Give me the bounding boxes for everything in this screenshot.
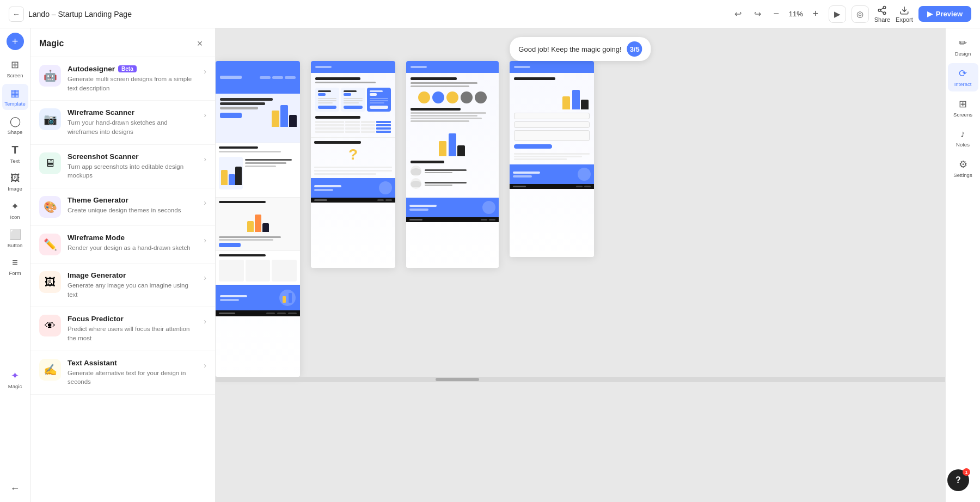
- focus-predictor-arrow: ›: [204, 315, 206, 326]
- scrollbar-thumb[interactable]: [436, 378, 479, 381]
- svg-point-2: [884, 12, 886, 15]
- design-frame-3[interactable]: [406, 61, 499, 268]
- autodesigner-title: Autodesigner Beta: [68, 65, 197, 73]
- design-frame-1[interactable]: [216, 61, 300, 377]
- magic-panel-header: Magic ×: [30, 28, 215, 57]
- sidebar-item-form[interactable]: ≡ Form: [2, 254, 28, 279]
- notification-message: Good job! Keep the magic going!: [518, 45, 621, 53]
- sidebar-item-image[interactable]: 🖼 Image: [2, 169, 28, 195]
- share-label: Share: [874, 16, 890, 23]
- canvas-scrollbar[interactable]: [216, 377, 945, 382]
- frame-3-content: [406, 61, 499, 268]
- screenshot-scanner-content: Screenshot Scanner Turn app screenshots …: [68, 152, 197, 180]
- zoom-in-button[interactable]: +: [809, 8, 822, 21]
- design-icon: ✏: [959, 37, 967, 49]
- left-sidebar: + ⊞ Screen ▦ Template ◯ Shape T Text 🖼 I…: [0, 28, 30, 502]
- back-button[interactable]: ←: [9, 7, 24, 22]
- preview-button[interactable]: ▶ Preview: [918, 6, 971, 22]
- topbar-left: ← Lando – Startup Landing Page: [9, 7, 724, 22]
- autodesigner-arrow: ›: [204, 65, 206, 76]
- back-arrow-icon: ←: [10, 483, 20, 494]
- text-icon: T: [11, 144, 18, 156]
- notification-counter: 3/5: [627, 41, 642, 57]
- svg-point-1: [879, 9, 881, 11]
- right-tool-design[interactable]: ✏ Design: [948, 33, 978, 61]
- theme-generator-icon: 🎨: [39, 196, 61, 218]
- sidebar-item-shape[interactable]: ◯ Shape: [2, 112, 28, 138]
- sidebar-item-screen[interactable]: ⊞ Screen: [2, 56, 28, 82]
- magic-panel: Magic × 🤖 Autodesigner Beta Generate mul…: [30, 28, 216, 502]
- notes-icon: ♪: [960, 128, 965, 140]
- magic-item-screenshot-scanner[interactable]: 🖥 Screenshot Scanner Turn app screenshot…: [30, 145, 215, 188]
- screenshot-scanner-icon: 🖥: [39, 152, 61, 174]
- svg-line-4: [881, 8, 884, 9]
- wireframe-scanner-title: Wireframe Scanner: [68, 108, 197, 117]
- redo-button[interactable]: ↪: [750, 7, 765, 22]
- undo-button[interactable]: ↩: [731, 7, 746, 22]
- share-button[interactable]: Share: [874, 5, 890, 23]
- magic-item-text-assistant[interactable]: ✍ Text Assistant Generate alternative te…: [30, 351, 215, 395]
- shape-icon: ◯: [10, 115, 21, 127]
- magic-item-theme-generator[interactable]: 🎨 Theme Generator Create unique design t…: [30, 188, 215, 226]
- wireframe-mode-icon: ✏️: [39, 234, 61, 255]
- help-button[interactable]: ? 1: [947, 469, 969, 491]
- frame-2-content: ?: [311, 61, 395, 268]
- autodesigner-content: Autodesigner Beta Generate multi screen …: [68, 65, 197, 93]
- text-assistant-icon: ✍: [39, 359, 61, 381]
- sidebar-item-button[interactable]: ⬜ Button: [2, 225, 28, 252]
- icon-icon: ✦: [11, 200, 19, 212]
- beta-badge: Beta: [118, 65, 137, 72]
- help-icon: ?: [955, 475, 961, 485]
- svg-line-3: [881, 11, 884, 13]
- text-assistant-title: Text Assistant: [68, 359, 197, 367]
- design-frame-2[interactable]: ?: [311, 61, 395, 268]
- image-generator-content: Image Generator Generate any image you c…: [68, 271, 197, 299]
- magic-item-image-generator[interactable]: 🖼 Image Generator Generate any image you…: [30, 264, 215, 307]
- magic-item-wireframe-scanner[interactable]: 📷 Wireframe Scanner Turn your hand-drawn…: [30, 101, 215, 144]
- right-tool-interact[interactable]: ⟳ Interact: [948, 63, 978, 91]
- focus-predictor-title: Focus Predictor: [68, 315, 197, 323]
- export-button[interactable]: Export: [896, 5, 913, 23]
- magic-item-autodesigner[interactable]: 🤖 Autodesigner Beta Generate multi scree…: [30, 57, 215, 101]
- export-label: Export: [896, 16, 913, 23]
- screens-icon: ⊞: [959, 98, 967, 110]
- settings-icon: ⚙: [959, 158, 967, 170]
- add-screen-button[interactable]: +: [7, 33, 24, 50]
- wireframe-scanner-content: Wireframe Scanner Turn your hand-drawn s…: [68, 108, 197, 136]
- page-title: Lando – Startup Landing Page: [28, 10, 132, 19]
- topbar-right: ▶ ◎ Share Export ▶ Preview: [829, 5, 971, 23]
- screenshot-scanner-desc: Turn app screenshots into editable desig…: [68, 162, 197, 180]
- autodesigner-icon: 🤖: [39, 65, 61, 87]
- canvas-area: Good job! Keep the magic going! 3/5: [216, 28, 945, 502]
- magic-item-wireframe-mode[interactable]: ✏️ Wireframe Mode Render your design as …: [30, 226, 215, 264]
- right-tool-settings[interactable]: ⚙ Settings: [948, 154, 978, 182]
- sidebar-item-text[interactable]: T Text: [2, 140, 28, 167]
- theme-generator-desc: Create unique design themes in seconds: [68, 206, 197, 215]
- right-tool-screens[interactable]: ⊞ Screens: [948, 94, 978, 122]
- theme-generator-content: Theme Generator Create unique design the…: [68, 196, 197, 215]
- wireframe-mode-desc: Render your design as a hand-drawn sketc…: [68, 243, 197, 253]
- zoom-out-button[interactable]: −: [770, 8, 783, 21]
- sidebar-item-back[interactable]: ←: [2, 480, 28, 498]
- right-tool-notes[interactable]: ♪ Notes: [948, 124, 978, 152]
- target-button[interactable]: ◎: [852, 5, 869, 23]
- topbar: ← Lando – Startup Landing Page ↩ ↪ − 11%…: [0, 0, 980, 28]
- zoom-value: 11%: [786, 10, 806, 18]
- focus-predictor-desc: Predict where users will focus their att…: [68, 325, 197, 342]
- form-icon: ≡: [12, 257, 18, 268]
- screen-icon: ⊞: [11, 59, 19, 71]
- magic-item-focus-predictor[interactable]: 👁 Focus Predictor Predict where users wi…: [30, 307, 215, 351]
- sidebar-item-icon[interactable]: ✦ Icon: [2, 197, 28, 223]
- sidebar-item-template[interactable]: ▦ Template: [2, 84, 28, 110]
- sidebar-item-magic[interactable]: ✦ Magic: [2, 366, 28, 393]
- magic-close-button[interactable]: ×: [193, 37, 206, 50]
- design-frame-4[interactable]: [510, 61, 594, 257]
- text-assistant-content: Text Assistant Generate alternative text…: [68, 359, 197, 387]
- frame-4-content: [510, 61, 594, 257]
- right-sidebar: ✏ Design ⟳ Interact ⊞ Screens ♪ Notes ⚙ …: [945, 28, 980, 502]
- focus-predictor-icon: 👁: [39, 315, 61, 336]
- image-generator-title: Image Generator: [68, 271, 197, 279]
- play-button[interactable]: ▶: [829, 5, 846, 23]
- theme-generator-arrow: ›: [204, 196, 206, 207]
- wireframe-scanner-desc: Turn your hand-drawn sketches and wirefr…: [68, 118, 197, 136]
